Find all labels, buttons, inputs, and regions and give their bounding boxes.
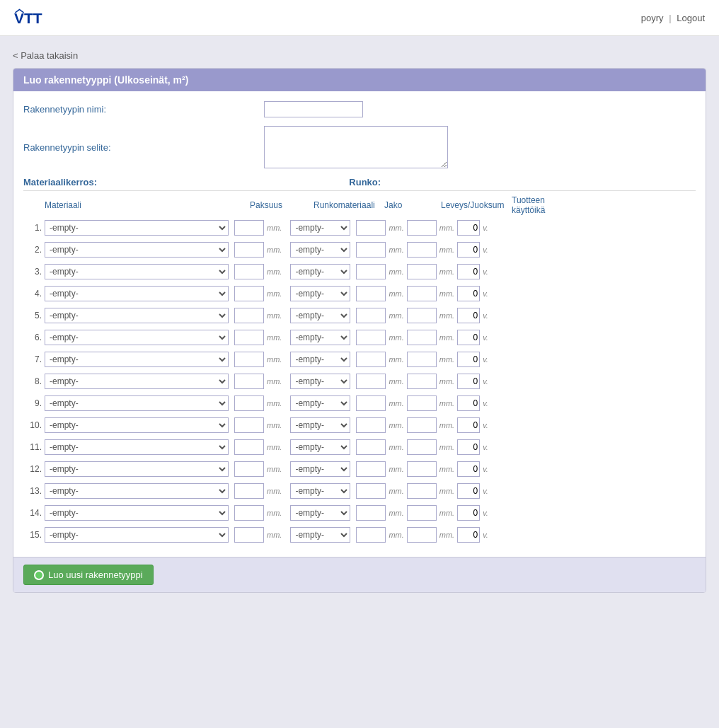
logout-link[interactable]: Logout xyxy=(677,13,705,23)
back-link[interactable]: < Palaa takaisin xyxy=(13,50,78,61)
jako-input[interactable] xyxy=(356,286,386,301)
runkomateriaali-select[interactable]: -empty- xyxy=(290,286,350,301)
tuote-input[interactable] xyxy=(457,264,480,279)
leveys-input[interactable] xyxy=(407,220,437,236)
materiaali-select[interactable]: -empty- xyxy=(45,286,229,301)
jako-input[interactable] xyxy=(356,220,386,236)
jako-input[interactable] xyxy=(356,352,386,367)
jako-input[interactable] xyxy=(356,505,386,521)
paksuus-input[interactable] xyxy=(234,395,264,411)
leveys-input[interactable] xyxy=(407,439,437,455)
materiaali-select[interactable]: -empty- xyxy=(45,220,229,236)
tuote-input[interactable] xyxy=(457,483,480,499)
runkomateriaali-select[interactable]: -empty- xyxy=(290,483,350,499)
materiaali-select[interactable]: -empty- xyxy=(45,352,229,367)
paksuus-input[interactable] xyxy=(234,417,264,433)
leveys-input[interactable] xyxy=(407,286,437,301)
materiaali-select[interactable]: -empty- xyxy=(45,264,229,279)
paksuus-input[interactable] xyxy=(234,242,264,258)
leveys-input[interactable] xyxy=(407,527,437,543)
leveys-unit: mm. xyxy=(439,333,454,342)
leveys-input[interactable] xyxy=(407,395,437,411)
paksuus-input[interactable] xyxy=(234,286,264,301)
paksuus-input[interactable] xyxy=(234,330,264,345)
leveys-input[interactable] xyxy=(407,242,437,258)
jako-input[interactable] xyxy=(356,483,386,499)
tuote-input[interactable] xyxy=(457,461,480,477)
paksuus-input[interactable] xyxy=(234,483,264,499)
jako-unit: mm. xyxy=(389,487,403,495)
tuote-input[interactable] xyxy=(457,374,480,389)
runkomateriaali-select[interactable]: -empty- xyxy=(290,242,350,258)
tuote-input[interactable] xyxy=(457,352,480,367)
jako-input[interactable] xyxy=(356,461,386,477)
jako-input[interactable] xyxy=(356,264,386,279)
tuote-input[interactable] xyxy=(457,527,480,543)
paksuus-input[interactable] xyxy=(234,461,264,477)
paksuus-input[interactable] xyxy=(234,527,264,543)
paksuus-input[interactable] xyxy=(234,220,264,236)
description-input[interactable] xyxy=(264,126,448,168)
name-row: Rakennetyypin nimi: xyxy=(23,101,696,117)
name-input[interactable] xyxy=(264,101,363,117)
runkomateriaali-select[interactable]: -empty- xyxy=(290,264,350,279)
tuote-input[interactable] xyxy=(457,220,480,236)
materiaali-select[interactable]: -empty- xyxy=(45,505,229,521)
jako-input[interactable] xyxy=(356,330,386,345)
leveys-input[interactable] xyxy=(407,308,437,323)
runkomateriaali-select[interactable]: -empty- xyxy=(290,527,350,543)
leveys-input[interactable] xyxy=(407,417,437,433)
tuote-input[interactable] xyxy=(457,395,480,411)
create-button[interactable]: Luo uusi rakennetyyppi xyxy=(23,565,154,585)
leveys-input[interactable] xyxy=(407,461,437,477)
tuote-input[interactable] xyxy=(457,330,480,345)
paksuus-input[interactable] xyxy=(234,439,264,455)
materiaali-select[interactable]: -empty- xyxy=(45,483,229,499)
leveys-input[interactable] xyxy=(407,505,437,521)
jako-input[interactable] xyxy=(356,374,386,389)
username-link[interactable]: poyry xyxy=(641,13,664,23)
paksuus-input[interactable] xyxy=(234,505,264,521)
runkomateriaali-select[interactable]: -empty- xyxy=(290,417,350,433)
runkomateriaali-select[interactable]: -empty- xyxy=(290,352,350,367)
tuote-input[interactable] xyxy=(457,286,480,301)
runkomateriaali-select[interactable]: -empty- xyxy=(290,505,350,521)
jako-input[interactable] xyxy=(356,527,386,543)
paksuus-input[interactable] xyxy=(234,308,264,323)
tuote-input[interactable] xyxy=(457,417,480,433)
materiaali-select[interactable]: -empty- xyxy=(45,461,229,477)
runkomateriaali-select[interactable]: -empty- xyxy=(290,395,350,411)
runkomateriaali-select[interactable]: -empty- xyxy=(290,220,350,236)
materiaali-select[interactable]: -empty- xyxy=(45,439,229,455)
materiaali-select[interactable]: -empty- xyxy=(45,374,229,389)
jako-input[interactable] xyxy=(356,417,386,433)
tuote-input[interactable] xyxy=(457,242,480,258)
runkomateriaali-select[interactable]: -empty- xyxy=(290,308,350,323)
paksuus-input[interactable] xyxy=(234,352,264,367)
materiaali-select[interactable]: -empty- xyxy=(45,242,229,258)
jako-input[interactable] xyxy=(356,242,386,258)
paksuus-input[interactable] xyxy=(234,264,264,279)
jako-input[interactable] xyxy=(356,395,386,411)
jako-input[interactable] xyxy=(356,308,386,323)
leveys-input[interactable] xyxy=(407,374,437,389)
tuote-input[interactable] xyxy=(457,439,480,455)
tuote-input[interactable] xyxy=(457,308,480,323)
jako-input[interactable] xyxy=(356,439,386,455)
runkomateriaali-select[interactable]: -empty- xyxy=(290,374,350,389)
tuote-input[interactable] xyxy=(457,505,480,521)
leveys-input[interactable] xyxy=(407,330,437,345)
paksuus-input[interactable] xyxy=(234,374,264,389)
runkomateriaali-select[interactable]: -empty- xyxy=(290,330,350,345)
leveys-input[interactable] xyxy=(407,483,437,499)
materiaali-select[interactable]: -empty- xyxy=(45,527,229,543)
materiaali-select[interactable]: -empty- xyxy=(45,308,229,323)
col-tuote-header: Tuotteen käyttöikä xyxy=(512,195,554,215)
leveys-input[interactable] xyxy=(407,352,437,367)
runkomateriaali-select[interactable]: -empty- xyxy=(290,439,350,455)
runkomateriaali-select[interactable]: -empty- xyxy=(290,461,350,477)
materiaali-select[interactable]: -empty- xyxy=(45,417,229,433)
materiaali-select[interactable]: -empty- xyxy=(45,330,229,345)
materiaali-select[interactable]: -empty- xyxy=(45,395,229,411)
leveys-input[interactable] xyxy=(407,264,437,279)
